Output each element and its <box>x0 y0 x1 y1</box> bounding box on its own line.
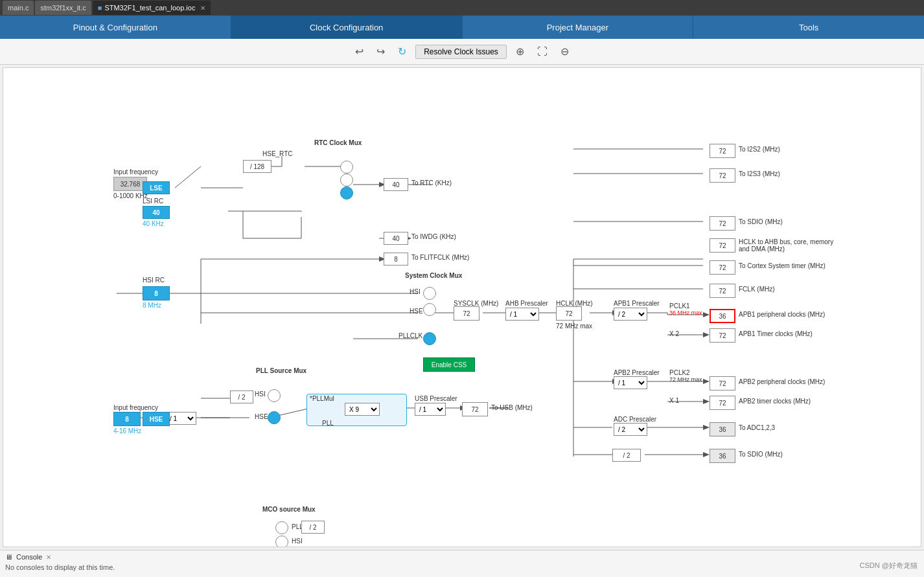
nav-clock[interactable]: Clock Configuration <box>231 16 463 39</box>
lsi-rc-box[interactable]: 40 <box>143 206 170 219</box>
adc-box[interactable]: 36 <box>710 422 735 436</box>
adc-label: To ADC1,2,3 <box>739 424 775 431</box>
apb2-timer-value: 72 <box>719 400 726 407</box>
ahb-prescaler-select[interactable]: / 1 <box>505 308 539 321</box>
rtc-mux-lsi[interactable] <box>340 187 353 199</box>
input-freq-2-range: 4-16 MHz <box>113 427 141 435</box>
pll-mul-select[interactable]: X 9 <box>345 403 380 416</box>
usb-box[interactable]: 72 <box>462 402 488 416</box>
x1-label: X 1 <box>669 397 679 404</box>
hsi-rc-value: 8 <box>154 290 158 297</box>
sdio-div-box[interactable]: / 2 <box>612 449 641 462</box>
refresh-button[interactable]: ↻ <box>394 44 410 59</box>
hse-div1-select[interactable]: / 1 <box>165 412 196 425</box>
lse-box[interactable]: LSE <box>143 181 170 194</box>
sysclk-mux-hse[interactable] <box>423 303 436 316</box>
console-close[interactable]: ✕ <box>46 554 51 561</box>
apb1-periph-box[interactable]: 36 <box>710 309 735 323</box>
usb-prescaler-select[interactable]: / 1 <box>415 403 446 416</box>
apb2-timer-box[interactable]: 72 <box>710 396 735 410</box>
hclk-ahb-value: 72 <box>719 242 726 249</box>
apb1-periph-label: APB1 peripheral clocks (MHz) <box>739 311 825 318</box>
fclk-label: FCLK (MHz) <box>739 286 775 293</box>
rtc-mux-lse[interactable] <box>340 174 353 187</box>
console-label: Console <box>16 553 42 561</box>
sdio-top-label: To SDIO (MHz) <box>739 218 783 225</box>
hclk-value: 72 <box>565 310 572 317</box>
tab-stm32f1xx-it-label: stm32f1xx_it.c <box>40 4 86 12</box>
ahb-prescaler-label: AHB Prescaler <box>505 300 548 307</box>
hsi-pll-label: HSI <box>255 390 266 398</box>
sdio-bottom-label: To SDIO (MHz) <box>739 451 783 458</box>
pll-mux-hsi[interactable] <box>268 389 281 402</box>
to-iwdg-box[interactable]: 40 <box>384 232 408 245</box>
redo-button[interactable]: ↪ <box>373 44 389 59</box>
enable-css-button[interactable]: Enable CSS <box>423 357 475 372</box>
div128-box[interactable]: / 128 <box>243 160 271 173</box>
tab-ioc-close[interactable]: ✕ <box>200 5 205 12</box>
mco-source-mux-label: MCO source Mux <box>262 506 316 513</box>
nav-tools[interactable]: Tools <box>693 16 924 39</box>
clock-diagram[interactable]: Input frequency 32.768 0-1000 KHz LSE LS… <box>3 68 921 547</box>
hsi-div2-box[interactable]: / 2 <box>230 390 253 403</box>
mco-div2-label: / 2 <box>309 524 316 531</box>
apb2-periph-box[interactable]: 72 <box>710 376 735 390</box>
to-flit-box[interactable]: 8 <box>384 253 408 266</box>
adc-prescaler-select[interactable]: / 2 <box>614 423 647 436</box>
apb2-prescaler-select[interactable]: / 1 <box>614 376 647 389</box>
clock-diagram-area: Input frequency 32.768 0-1000 KHz LSE LS… <box>3 67 921 547</box>
pclk1-max-label: 36 MHz max <box>669 310 702 316</box>
tab-ioc[interactable]: ■ STM32F1_test_can_loop.ioc ✕ <box>93 1 211 15</box>
undo-button[interactable]: ↩ <box>351 44 367 59</box>
input-freq-1-value: 32.768 <box>121 181 141 188</box>
pll-mux-hse[interactable] <box>268 411 281 424</box>
apb1-prescaler-select[interactable]: / 2 <box>614 308 647 321</box>
tab-ioc-icon: ■ <box>98 4 102 12</box>
cortex-box[interactable]: 72 <box>710 260 735 275</box>
input-freq-2-box[interactable]: 8 <box>113 412 141 426</box>
hsi-mux-label: HSI <box>410 288 421 295</box>
i2s3-box[interactable]: 72 <box>710 168 735 183</box>
lse-label: LSE <box>150 185 162 192</box>
svg-marker-54 <box>703 452 710 457</box>
sysclk-box[interactable]: 72 <box>454 306 479 321</box>
resolve-clock-button[interactable]: Resolve Clock Issues <box>415 45 507 59</box>
hclk-ahb-box[interactable]: 72 <box>710 238 735 253</box>
hclk-box[interactable]: 72 <box>556 306 582 321</box>
apb2-prescaler-label: APB2 Prescaler <box>614 369 660 376</box>
diagram-inner: Input frequency 32.768 0-1000 KHz LSE LS… <box>3 68 846 521</box>
i2s2-box[interactable]: 72 <box>710 144 735 158</box>
svg-marker-41 <box>703 332 710 337</box>
hse-box[interactable]: HSE <box>143 412 170 426</box>
mco-mux-hsi[interactable] <box>275 536 288 547</box>
pll-label: PLL <box>322 420 334 427</box>
pclk2-label: PCLK2 <box>669 369 690 376</box>
zoom-in-icon[interactable]: ⊕ <box>512 44 528 59</box>
sdio-top-box[interactable]: 72 <box>710 216 735 231</box>
hsi-rc-box[interactable]: 8 <box>143 286 170 300</box>
tab-stm32f1xx-it[interactable]: stm32f1xx_it.c <box>35 1 91 15</box>
apb1-timer-box[interactable]: 72 <box>710 328 735 343</box>
hse-mux-label: HSE <box>410 308 423 315</box>
nav-project[interactable]: Project Manager <box>463 16 694 39</box>
mco-div2-box[interactable]: / 2 <box>301 521 325 534</box>
zoom-out-icon[interactable]: ⊖ <box>557 44 573 59</box>
sysclk-value: 72 <box>463 310 470 317</box>
sdio-bottom-box[interactable]: 36 <box>710 449 735 463</box>
nav-project-label: Project Manager <box>547 23 608 32</box>
console-bar: 🖥 Console ✕ No consoles to display at th… <box>0 550 924 577</box>
div128-label: / 128 <box>250 163 264 170</box>
sysclk-mux-pll[interactable] <box>423 332 436 345</box>
nav-pinout[interactable]: Pinout & Configuration <box>0 16 231 39</box>
svg-marker-39 <box>703 312 710 317</box>
tab-main-c[interactable]: main.c <box>3 1 34 15</box>
fit-icon[interactable]: ⛶ <box>533 45 551 59</box>
cortex-label: To Cortex System timer (MHz) <box>739 262 826 269</box>
to-rtc-box[interactable]: 40 <box>384 178 408 191</box>
input-freq-1-label: Input frequency <box>113 168 158 175</box>
fclk-box[interactable]: 72 <box>710 284 735 298</box>
sysclk-mux-hsi[interactable] <box>423 287 436 300</box>
rtc-clock-mux-label: RTC Clock Mux <box>314 139 362 146</box>
mco-mux-pllclk[interactable] <box>275 521 288 534</box>
rtc-mux-hse[interactable] <box>340 161 353 174</box>
